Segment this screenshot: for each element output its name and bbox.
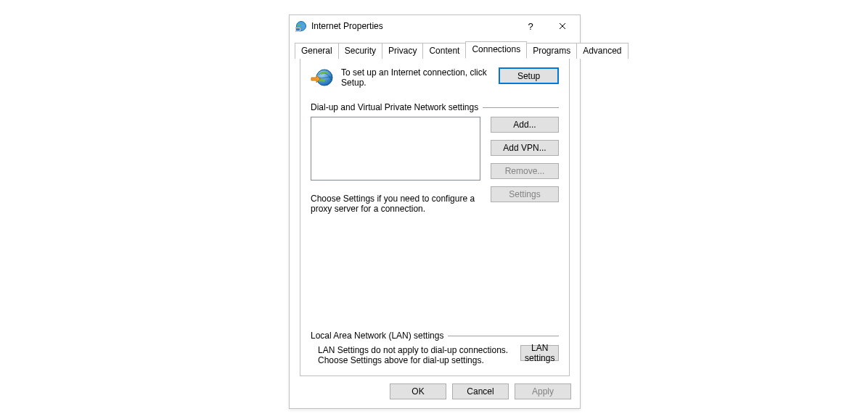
titlebar: Internet Properties ?	[290, 15, 580, 37]
cancel-button[interactable]: Cancel	[452, 383, 509, 399]
globe-arrow-icon	[311, 67, 334, 91]
connections-tabpage: To set up an Internet connection, click …	[300, 57, 570, 376]
window-title: Internet Properties	[311, 21, 515, 31]
dialup-group-title: Dial-up and Virtual Private Network sett…	[311, 102, 559, 112]
close-button[interactable]	[546, 16, 578, 36]
tab-advanced[interactable]: Advanced	[576, 43, 628, 59]
tab-area: General Security Privacy Content Connect…	[290, 37, 580, 376]
setup-description: To set up an Internet connection, click …	[341, 67, 499, 91]
setup-row: To set up an Internet connection, click …	[311, 67, 559, 91]
setup-button[interactable]: Setup	[499, 67, 559, 84]
lan-row: LAN Settings do not apply to dial-up con…	[311, 345, 559, 365]
dialup-settings-row: Choose Settings if you need to configure…	[311, 188, 559, 214]
ok-button[interactable]: OK	[390, 383, 446, 399]
tab-general[interactable]: General	[295, 43, 339, 59]
tab-security[interactable]: Security	[338, 43, 382, 59]
dialup-side-buttons: Add... Add VPN... Remove...	[491, 117, 559, 181]
lan-group-title: Local Area Network (LAN) settings	[311, 331, 559, 341]
add-vpn-button[interactable]: Add VPN...	[491, 140, 559, 156]
dialup-connections-list[interactable]	[311, 117, 480, 181]
internet-options-icon	[295, 20, 307, 32]
tab-programs[interactable]: Programs	[526, 43, 577, 59]
dialup-settings-button: Settings	[491, 186, 559, 202]
help-icon: ?	[528, 21, 533, 32]
lan-description: LAN Settings do not apply to dial-up con…	[311, 345, 520, 365]
tab-connections[interactable]: Connections	[465, 41, 527, 59]
dialup-settings-description: Choose Settings if you need to configure…	[311, 194, 485, 214]
lan-settings-button[interactable]: LAN settings	[520, 345, 559, 361]
tab-content[interactable]: Content	[422, 43, 466, 59]
tabstrip: General Security Privacy Content Connect…	[295, 41, 575, 58]
apply-button: Apply	[515, 383, 571, 399]
svg-rect-2	[296, 28, 300, 31]
help-button[interactable]: ?	[515, 16, 546, 36]
remove-button: Remove...	[491, 163, 559, 179]
internet-properties-dialog: Internet Properties ? General Security P…	[289, 14, 581, 409]
tab-privacy[interactable]: Privacy	[382, 43, 423, 59]
close-icon	[559, 21, 566, 32]
dialup-row: Add... Add VPN... Remove...	[311, 117, 559, 181]
dialog-action-bar: OK Cancel Apply	[290, 376, 580, 408]
add-button[interactable]: Add...	[491, 117, 559, 133]
